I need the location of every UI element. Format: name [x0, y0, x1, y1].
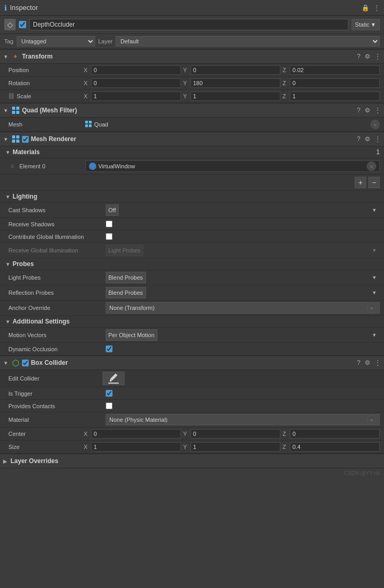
cy-axis-label: Y: [183, 431, 189, 437]
layer-label: Layer: [98, 38, 113, 44]
box-collider-menu-icon[interactable]: ⋮: [375, 359, 381, 366]
center-row: Center X Y Z: [0, 428, 384, 441]
size-row: Size X Y Z: [0, 441, 384, 454]
light-probes-dropdown[interactable]: Blend Probes: [106, 272, 146, 283]
mesh-renderer-enabled-checkbox[interactable]: [22, 136, 29, 143]
transform-arrow: ▼: [3, 54, 8, 60]
is-trigger-checkbox[interactable]: [106, 390, 112, 397]
box-collider-help-icon[interactable]: ?: [357, 359, 360, 366]
motion-vectors-label: Motion Vectors: [8, 332, 103, 338]
materials-count: 1: [376, 148, 380, 156]
mesh-renderer-right-icons: ? ⚙ ⋮: [357, 135, 381, 143]
size-y-input[interactable]: [190, 442, 280, 452]
position-z-input[interactable]: [290, 65, 380, 75]
rotation-z-input[interactable]: [290, 78, 380, 88]
anchor-override-label: Anchor Override: [8, 305, 103, 311]
scale-z-input[interactable]: [290, 91, 380, 101]
additional-settings-arrow: ▼: [5, 319, 10, 325]
mesh-renderer-section-header[interactable]: ▼ Mesh Renderer ? ⚙ ⋮: [0, 132, 384, 146]
mesh-select-button[interactable]: ○: [370, 120, 380, 129]
rotation-x-input[interactable]: [91, 78, 181, 88]
remove-material-button[interactable]: −: [368, 177, 380, 188]
ssz-axis-label: Z: [283, 444, 289, 450]
layer-overrides-title: Layer Overrides: [10, 457, 381, 465]
probes-subsection-header[interactable]: ▼ Probes: [0, 258, 384, 270]
box-collider-settings-icon[interactable]: ⚙: [365, 359, 370, 366]
position-x-input[interactable]: [91, 65, 181, 75]
receive-gi-dropdown-arrow: ▼: [372, 248, 377, 253]
scale-y-input[interactable]: [190, 91, 280, 101]
mesh-filter-settings-icon[interactable]: ⚙: [365, 107, 370, 114]
contribute-gi-checkbox[interactable]: [106, 233, 112, 240]
mesh-renderer-menu-icon[interactable]: ⋮: [375, 135, 381, 143]
static-dropdown-icon: ▼: [370, 21, 376, 28]
transform-help-icon[interactable]: ?: [357, 53, 360, 60]
cast-shadows-dropdown[interactable]: Off: [106, 204, 119, 216]
box-collider-enabled-checkbox[interactable]: [22, 360, 29, 366]
scale-z-field: Z: [283, 91, 380, 101]
transform-settings-icon[interactable]: ⚙: [365, 53, 370, 60]
transform-section-header[interactable]: ▼ ⌖ Transform ? ⚙ ⋮: [0, 49, 384, 64]
center-z-input[interactable]: [290, 429, 380, 439]
dynamic-occlusion-checkbox[interactable]: [106, 345, 112, 352]
scale-row: ⛓ Scale X Y Z: [0, 90, 384, 103]
receive-gi-dropdown: Light Probes: [106, 245, 143, 256]
edit-collider-button[interactable]: [103, 372, 125, 385]
size-fields: X Y Z: [84, 442, 380, 452]
position-z-field: Z: [283, 65, 380, 75]
physic-material-select-button[interactable]: ○: [367, 415, 376, 424]
probes-title: Probes: [13, 260, 34, 268]
mesh-filter-menu-icon[interactable]: ⋮: [375, 107, 381, 114]
scale-label: ⛓ Scale: [8, 93, 82, 100]
receive-shadows-checkbox[interactable]: [106, 221, 112, 227]
layer-overrides-arrow: ▶: [3, 458, 7, 464]
reflection-probes-dropdown[interactable]: Blend Probes: [106, 287, 146, 298]
receive-shadows-label: Receive Shadows: [8, 221, 103, 227]
mesh-renderer-settings-icon[interactable]: ⚙: [365, 135, 370, 143]
layer-overrides-section-header[interactable]: ▶ Layer Overrides: [0, 454, 384, 468]
motion-vectors-arrow: ▼: [372, 332, 377, 338]
anchor-override-select-button[interactable]: ○: [367, 303, 376, 313]
reflection-probes-label: Reflection Probes: [8, 290, 103, 296]
transform-title: Transform: [22, 53, 355, 60]
rotation-row: Rotation X Y Z: [0, 77, 384, 90]
lighting-subsection-header[interactable]: ▼ Lighting: [0, 191, 384, 203]
center-y-input[interactable]: [190, 429, 280, 439]
sx-axis-label: X: [84, 93, 90, 99]
add-material-button[interactable]: +: [355, 177, 366, 188]
ssx-axis-label: X: [84, 444, 90, 450]
mesh-renderer-help-icon[interactable]: ?: [357, 135, 360, 143]
lock-icon[interactable]: 🔒: [362, 4, 369, 11]
mesh-renderer-icon: [12, 135, 20, 143]
cast-shadows-dropdown-wrapper: Off ▼: [106, 204, 380, 216]
center-x-input[interactable]: [91, 429, 181, 439]
tab-right-icons: 🔒 ⋮: [362, 4, 380, 11]
tag-dropdown[interactable]: Untagged: [17, 36, 95, 47]
mesh-filter-right-icons: ? ⚙ ⋮: [357, 107, 381, 114]
provides-contacts-checkbox[interactable]: [106, 402, 112, 409]
mesh-filter-help-icon[interactable]: ?: [357, 107, 360, 114]
size-z-input[interactable]: [290, 442, 380, 452]
gameobject-name-input[interactable]: [29, 19, 348, 30]
layer-dropdown[interactable]: Default: [116, 36, 380, 47]
element-handle: ≡: [10, 163, 14, 170]
gameobject-active-checkbox[interactable]: [19, 21, 26, 28]
scale-x-input[interactable]: [91, 91, 181, 101]
rotation-y-input[interactable]: [190, 78, 280, 88]
size-x-input[interactable]: [91, 442, 181, 452]
box-collider-section-header[interactable]: ▼ ⬡ Box Collider ? ⚙ ⋮: [0, 355, 384, 370]
mesh-filter-section-header[interactable]: ▼ Quad (Mesh Filter) ? ⚙ ⋮: [0, 103, 384, 118]
position-y-input[interactable]: [190, 65, 280, 75]
additional-settings-header[interactable]: ▼ Additional Settings: [0, 316, 384, 328]
position-y-field: Y: [183, 65, 280, 75]
receive-shadows-row: Receive Shadows: [0, 218, 384, 230]
anchor-override-row: Anchor Override None (Transform) ○: [0, 301, 384, 316]
svg-rect-12: [110, 380, 111, 382]
size-label: Size: [8, 444, 82, 450]
static-button[interactable]: Static ▼: [352, 19, 380, 30]
transform-menu-icon[interactable]: ⋮: [375, 53, 381, 60]
physic-material-value-container: None (Physic Material) ○: [106, 414, 380, 425]
material-select-button[interactable]: ○: [367, 162, 376, 171]
menu-icon[interactable]: ⋮: [374, 4, 380, 11]
motion-vectors-dropdown[interactable]: Per Object Motion: [106, 329, 157, 341]
